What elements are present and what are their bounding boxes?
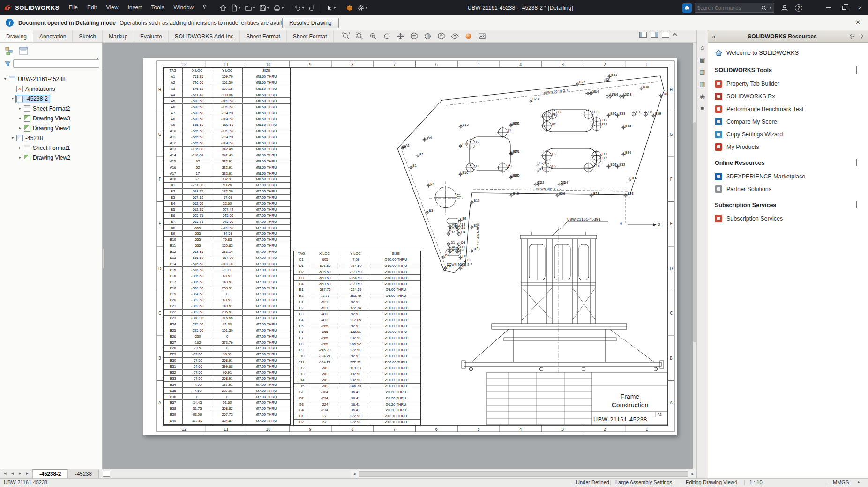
hole-table-row[interactable]: B40117.53334.87Ø7.00 THRU (164, 418, 290, 424)
edit-appearance-button[interactable] (463, 31, 474, 42)
hole-table-row[interactable]: B14-516.59-107.09Ø7.00 THRU (164, 261, 290, 267)
hole-table-row[interactable]: G4-21436.41Ø6.20 THRU (294, 407, 420, 413)
hole-table-row[interactable]: D2-595.50-129.59Ø10.00 THRU (294, 269, 420, 275)
hole-table-row[interactable]: B3851.75358.82Ø7.00 THRU (164, 406, 290, 412)
hole-table-row[interactable]: A5-590.50-189.59Ø8.50 THRU (164, 98, 290, 104)
vertical-scrollbar[interactable] (693, 43, 696, 469)
status-item-editing-drawing-view4[interactable]: Editing Drawing View4 (681, 480, 737, 485)
status-item-under-defined[interactable]: Under Defined (571, 480, 609, 485)
status-item-large-assembly-settings[interactable]: Large Assembly Settings (610, 480, 672, 485)
hole-table-row[interactable]: A17-17332.91Ø8.50 THRU (164, 170, 290, 177)
hole-table-row[interactable]: A18-7332.91Ø8.50 THRU (164, 177, 290, 183)
tree-item-45238[interactable]: ▾-45238 (0, 133, 102, 143)
hole-table-row[interactable]: B32-27.5096.91Ø7.00 THRU (164, 370, 290, 376)
taskpane-item-property-tab-builder[interactable]: Property Tab Builder (715, 77, 868, 90)
resolve-drawing-button[interactable]: Resolve Drawing (282, 18, 339, 28)
hole-table-1[interactable]: TAGX LOCY LOCSIZEA1-751.36159.79Ø8.50 TH… (163, 67, 291, 425)
hole-table-row[interactable]: F15-98246.70Ø30.00 THRU (294, 384, 420, 390)
search-commands-box[interactable] (695, 3, 774, 13)
hole-table-row[interactable]: F12-98119.13Ø30.00 THRU (294, 365, 420, 371)
menu-window[interactable]: Window (169, 0, 198, 15)
hole-table-row[interactable]: F14-98232.91Ø30.00 THRU (294, 377, 420, 384)
collapse-section-icon[interactable] (856, 159, 857, 166)
graphics-area[interactable]: 121211111010998877665544332211HHGGFFEEDD… (104, 43, 693, 469)
view-palette-icon[interactable]: ▦ (699, 81, 705, 88)
hole-table-row[interactable]: F3-41392.91Ø30.00 THRU (294, 311, 420, 317)
taskpane-item-copy-settings-wizard[interactable]: Copy Settings Wizard (715, 128, 868, 140)
tree-item-sheet-format2[interactable]: ▸Sheet Format2 (0, 103, 102, 113)
hole-table-row[interactable]: A8-590.50-104.59Ø8.50 THRU (164, 116, 290, 122)
hole-table-row[interactable]: B9-555-84.59Ø7.00 THRU (164, 231, 290, 237)
hole-table-row[interactable]: A10-565.50-179.59Ø8.50 THRU (164, 128, 290, 134)
hole-table-row[interactable]: B15-516.59-23.89Ø7.00 THRU (164, 267, 290, 273)
hole-table-header[interactable]: TAGX LOCY LOCSIZE (294, 251, 420, 257)
collapse-section-icon[interactable] (856, 66, 857, 74)
tree-filter-input[interactable] (13, 59, 99, 68)
hole-table-row[interactable]: H267272.91Ø12.10 THRU (294, 420, 420, 426)
hole-table-row[interactable]: G3-22436.41Ø6.20 THRU (294, 401, 420, 407)
pane-right-icon[interactable] (651, 32, 658, 38)
restore-button[interactable] (836, 0, 852, 15)
section-view-button[interactable] (422, 31, 434, 42)
new-document-button[interactable] (229, 2, 242, 14)
tab-markup[interactable]: Markup (103, 30, 134, 42)
hole-table-row[interactable]: A9-565.50-189.59Ø8.50 THRU (164, 122, 290, 128)
hole-table-row[interactable]: E2-72.73383.79Ø3.00 THRU (294, 293, 420, 299)
select-tool-button[interactable] (324, 2, 337, 14)
tree-item-sheet-format1[interactable]: ▸Sheet Format1 (0, 143, 102, 153)
redo-button[interactable] (307, 2, 317, 14)
hole-table-row[interactable]: F6-265132.91Ø30.00 THRU (294, 329, 420, 335)
hole-table-row[interactable]: A12-565.50-104.59Ø8.50 THRU (164, 140, 290, 147)
custom-properties-icon[interactable]: ≡ (701, 105, 704, 112)
zoom-to-fit-button[interactable] (340, 31, 352, 42)
hole-table-row[interactable]: A14-116.88342.49Ø8.50 THRU (164, 152, 290, 158)
hole-table-row[interactable]: B22-382.50235.51Ø7.00 THRU (164, 310, 290, 316)
hole-table-row[interactable]: B20-382.5060.51Ø7.00 THRU (164, 297, 290, 303)
3dexperience-icon[interactable]: ◉ (682, 3, 692, 13)
hole-table-row[interactable]: B19-384.500Ø7.00 THRU (164, 291, 290, 297)
tree-item-ubw-21161-45238[interactable]: ▾UBW-21161-45238 (0, 74, 102, 84)
hole-table-row[interactable]: B6-605.71-245.50Ø7.00 THRU (164, 213, 290, 219)
frame-construction-view[interactable] (462, 227, 664, 373)
print-button[interactable] (272, 2, 285, 14)
filter-icon[interactable] (5, 61, 11, 67)
appearances-icon[interactable]: ◉ (700, 93, 705, 100)
display-manager-tab-icon[interactable] (19, 46, 28, 56)
status-customize-arrow[interactable]: ▲ (857, 480, 861, 484)
hole-table-row[interactable]: B24-295.5081.30Ø7.00 THRU (164, 321, 290, 327)
tree-item-drawing-view4[interactable]: ▸Drawing View4 (0, 123, 102, 133)
hole-table-row[interactable]: F4-413212.05Ø30.00 THRU (294, 317, 420, 323)
tab-evaluate[interactable]: Evaluate (134, 30, 169, 42)
user-account-icon[interactable] (781, 4, 788, 12)
search-icon[interactable] (761, 5, 767, 11)
pane-float-icon[interactable] (662, 32, 669, 38)
menu-insert[interactable]: Insert (123, 0, 146, 15)
hole-table-row[interactable]: B3-667.10-57.09Ø7.00 THRU (164, 195, 290, 201)
hole-table-row[interactable]: A4-671.49188.86Ø8.50 THRU (164, 92, 290, 98)
hole-table-row[interactable]: C1-605-7.09Ø70.00 THRU (294, 257, 420, 263)
notification-close-icon[interactable]: ✕ (855, 19, 861, 26)
help-icon[interactable]: ? (795, 4, 802, 12)
next-sheet-button[interactable]: ► (17, 472, 23, 476)
hole-table-row[interactable]: G2-29436.41Ø6.20 THRU (294, 395, 420, 401)
hole-table-row[interactable]: B3600Ø7.00 THRU (164, 394, 290, 400)
tab-annotation[interactable]: Annotation (33, 30, 73, 42)
search-input[interactable] (697, 5, 759, 11)
hole-table-row[interactable]: D1-595.50-164.59Ø10.00 THRU (294, 263, 420, 269)
open-button[interactable] (243, 2, 257, 14)
hole-table-row[interactable]: A2-746.66161.50Ø8.50 THRU (164, 80, 290, 86)
hole-table-row[interactable]: B5-612.36-207.44Ø7.00 THRU (164, 207, 290, 213)
hole-table-row[interactable]: A1-751.36159.79Ø8.50 THRU (164, 74, 290, 80)
taskpane-item-3dexperience-marketplace[interactable]: 3DEXPERIENCE Marketplace (715, 170, 868, 183)
taskpane-item-subscription-services[interactable]: Subscription Services (715, 212, 868, 225)
component-button[interactable] (344, 2, 355, 14)
sheet-tab-45238[interactable]: -45238 (68, 469, 99, 478)
scroll-left-arrow[interactable]: ◄ (351, 472, 358, 476)
apply-scene-button[interactable] (476, 31, 488, 42)
pane-left-icon[interactable] (639, 32, 647, 38)
tab-drawing[interactable]: Drawing (0, 30, 33, 42)
pan-button[interactable] (395, 31, 406, 42)
add-sheet-button[interactable] (103, 471, 110, 477)
hole-table-row[interactable]: B30-57.50268.91Ø7.00 THRU (164, 358, 290, 364)
options-caret[interactable] (365, 7, 368, 9)
